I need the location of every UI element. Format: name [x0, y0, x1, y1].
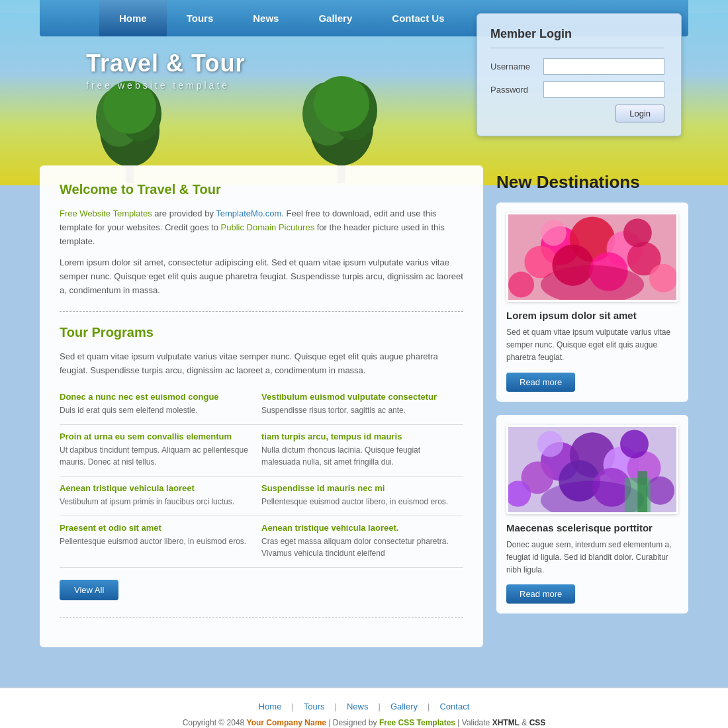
tour-link-6[interactable]: Praesent et odio sit amet	[60, 523, 253, 533]
view-all-button[interactable]: View All	[60, 580, 118, 600]
tour-item-3: tiam turpis arcu, tempus id mauris Nulla…	[261, 425, 463, 477]
dest-card-text-1: Donec augue sem, interdum sed elementum …	[506, 539, 678, 577]
css-link[interactable]: CSS	[529, 718, 546, 727]
tour-link-3[interactable]: tiam turpis arcu, tempus id mauris	[261, 432, 455, 441]
tour-link-0[interactable]: Donec a nunc nec est euismod congue	[60, 392, 253, 402]
intro-paragraph-1: Free Website Templates are provided by T…	[60, 207, 463, 248]
tour-item-7: Aenean tristique vehicula laoreet. Cras …	[261, 516, 463, 568]
tour-text-6: Pellentesque euismod auctor libero, in e…	[60, 535, 253, 547]
hero-title: Travel & Tour	[86, 50, 245, 77]
tour-text-4: Vestibulum at ipsum primis in faucibus o…	[60, 496, 253, 508]
tour-item-5: Suspendisse id mauris nec mi Pellentesqu…	[261, 477, 463, 516]
read-more-button-1[interactable]: Read more	[506, 584, 575, 604]
tour-link-7[interactable]: Aenean tristique vehicula laoreet.	[261, 523, 455, 533]
svg-point-19	[508, 271, 534, 297]
nav-home[interactable]: Home	[99, 0, 167, 36]
validate-text: | Validate	[455, 718, 492, 727]
main-area: Welcome to Travel & Tour Free Website Te…	[40, 165, 688, 667]
flower-purple-image	[508, 427, 676, 512]
intro-text-mid: are provided by	[152, 208, 216, 218]
svg-point-34	[537, 431, 563, 457]
tour-text-5: Pellentesque euismod auctor libero, in e…	[261, 496, 455, 508]
read-more-button-0[interactable]: Read more	[506, 373, 575, 392]
login-button[interactable]: Login	[615, 105, 664, 122]
hero-subtitle: free website template	[86, 80, 245, 91]
tour-grid: Donec a nunc nec est euismod congue Duis…	[60, 385, 463, 568]
content-right: New Destinations	[496, 165, 688, 647]
destination-card-1: Maecenas scelerisque porttitor Donec aug…	[496, 415, 688, 614]
svg-point-22	[623, 218, 652, 247]
templatemo-link[interactable]: TemplateMo.com	[216, 208, 281, 218]
designed-by-text: | Designed by	[326, 718, 379, 727]
divider-1	[60, 311, 463, 312]
password-input[interactable]	[543, 81, 664, 98]
flower-pink-image	[508, 214, 676, 300]
username-input[interactable]	[543, 58, 664, 75]
tour-text-0: Duis id erat quis sem eleifend molestie.	[60, 404, 253, 416]
destinations-title: New Destinations	[496, 172, 688, 193]
tour-item-1: Vestibulum euismod vulputate consectetur…	[261, 385, 463, 425]
login-btn-row: Login	[490, 105, 664, 122]
login-password-row: Password	[490, 81, 664, 98]
footer-news[interactable]: News	[337, 702, 379, 711]
tour-link-2[interactable]: Proin at urna eu sem convallis elementum	[60, 432, 253, 441]
destination-card-0: Lorem ipsum dolor sit amet Sed et quam v…	[496, 203, 688, 402]
svg-rect-37	[637, 471, 647, 512]
dest-card-title-0: Lorem ipsum dolor sit amet	[506, 310, 678, 321]
tour-item-0: Donec a nunc nec est euismod congue Duis…	[60, 385, 261, 425]
nav-news[interactable]: News	[233, 0, 298, 36]
footer-tours[interactable]: Tours	[294, 702, 335, 711]
tour-link-1[interactable]: Vestibulum euismod vulputate consectetur	[261, 392, 455, 402]
footer-gallery[interactable]: Gallery	[381, 702, 428, 711]
tour-text-7: Cras eget massa aliquam dolor consectetu…	[261, 535, 455, 559]
company-name-link[interactable]: Your Company Name	[247, 718, 326, 727]
copyright-text: Copyright © 2048	[183, 718, 247, 727]
footer-nav: Home | Tours | News | Gallery | Contact	[0, 702, 728, 711]
tour-text-3: Nulla dictum rhoncus lacinia. Quisque fe…	[261, 444, 455, 468]
content-left: Welcome to Travel & Tour Free Website Te…	[40, 165, 483, 647]
public-domain-link[interactable]: Public Domain Picutures	[221, 222, 315, 232]
dest-image-0	[506, 212, 678, 302]
tour-link-5[interactable]: Suspendisse id mauris nec mi	[261, 483, 455, 493]
login-box: Member Login Username Password Login	[477, 13, 682, 136]
footer: Home | Tours | News | Gallery | Contact …	[0, 687, 728, 728]
tour-programs-title: Tour Programs	[60, 325, 463, 340]
nav-gallery[interactable]: Gallery	[298, 0, 372, 36]
welcome-title: Welcome to Travel & Tour	[60, 182, 463, 197]
nav-tours[interactable]: Tours	[167, 0, 234, 36]
login-username-row: Username	[490, 58, 664, 75]
tour-text-1: Suspendisse risus tortor, sagittis ac an…	[261, 404, 455, 416]
tour-link-4[interactable]: Aenean tristique vehicula laoreet	[60, 483, 253, 493]
intro-paragraph-2: Lorem ipsum dolor sit amet, consectetur …	[60, 256, 463, 297]
tour-item-6: Praesent et odio sit amet Pellentesque e…	[60, 516, 261, 568]
divider-2	[60, 617, 463, 617]
tour-item-2: Proin at urna eu sem convallis elementum…	[60, 425, 261, 477]
and-text: &	[520, 718, 529, 727]
nav-contact[interactable]: Contact Us	[372, 0, 464, 36]
footer-home[interactable]: Home	[249, 702, 292, 711]
dest-image-1	[506, 425, 678, 514]
dest-card-title-1: Maecenas scelerisque porttitor	[506, 522, 678, 533]
header-background: Home Tours News Gallery Contact Us Trave…	[0, 0, 728, 185]
hero-text: Travel & Tour free website template	[86, 50, 245, 91]
username-label: Username	[490, 62, 543, 71]
tour-intro: Sed et quam vitae ipsum vulputate varius…	[60, 350, 463, 378]
tour-item-4: Aenean tristique vehicula laoreet Vestib…	[60, 477, 261, 516]
svg-point-9	[314, 76, 369, 132]
login-title: Member Login	[490, 27, 664, 48]
free-templates-link[interactable]: Free Website Templates	[60, 208, 152, 218]
footer-copyright: Copyright © 2048 Your Company Name | Des…	[0, 718, 728, 727]
svg-point-18	[649, 264, 676, 293]
dest-card-text-0: Sed et quam vitae ipsum vulputate varius…	[506, 326, 678, 365]
xhtml-link[interactable]: XHTML	[492, 718, 520, 727]
svg-point-21	[541, 220, 567, 246]
footer-contact[interactable]: Contact	[430, 702, 479, 711]
tour-text-2: Ut dapibus tincidunt tempus. Aliquam ac …	[60, 444, 253, 468]
css-templates-link[interactable]: Free CSS Templates	[379, 718, 455, 727]
password-label: Password	[490, 85, 543, 95]
svg-point-35	[620, 430, 649, 458]
